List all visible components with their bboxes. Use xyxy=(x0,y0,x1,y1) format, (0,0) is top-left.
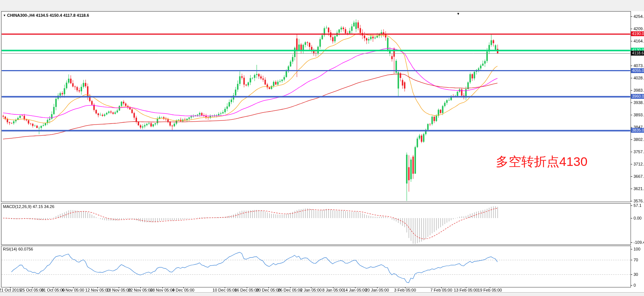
symbol-label: CHINA300-,H4 xyxy=(7,13,35,18)
date-tick-label: 3 Feb 05:00 xyxy=(394,288,416,292)
chart-shift-marker-icon[interactable]: ▼ xyxy=(457,12,460,16)
rsi-tick-label: 100 xyxy=(634,247,640,251)
price-tick-label: 3983.0 xyxy=(634,88,644,92)
chart-canvas[interactable] xyxy=(0,0,644,296)
price-tick-label: 4073.0 xyxy=(634,63,644,68)
rsi-tick-label: 70 xyxy=(634,258,638,262)
date-tick-label: 10 Dec 05:00 xyxy=(212,288,237,292)
date-tick-label: 13 Feb 05:00 xyxy=(454,288,478,292)
chart-title: ▼ CHINA300-,H4 4134.5 4150.4 4117.8 4118… xyxy=(3,13,89,18)
price-tick-label: 3802.0 xyxy=(634,137,644,142)
date-tick-label: 6 Nov 05:00 xyxy=(62,288,84,292)
macd-tick-label: 57.1 xyxy=(634,203,641,208)
price-tick-label: 3576.0 xyxy=(634,199,644,203)
current-price-badge: 4118.6 xyxy=(631,51,644,56)
macd-tick-label: 0.00 xyxy=(634,216,641,220)
ohlc-values: 4134.5 4150.4 4117.8 4118.6 xyxy=(36,13,89,18)
date-tick-label: 31 Oct 05:00 xyxy=(41,288,65,292)
date-tick-label: 16 Dec 05:00 xyxy=(234,288,259,292)
date-tick-label: 7 Feb 05:00 xyxy=(430,288,452,292)
price-tick-label: 3621.0 xyxy=(634,186,644,191)
mt4-terminal: { "toolbar": { "left_icons": [ {"name": … xyxy=(0,0,644,296)
date-tick-label: 19 Feb 05:00 xyxy=(478,288,502,292)
macd-label: MACD(12,26,9) 47.15 34.26 xyxy=(3,204,55,209)
date-tick-label: 25 Oct 05:00 xyxy=(21,288,44,292)
level-price-badge: 3960.0 xyxy=(631,94,644,99)
chart-annotation-text: 多空转折点4130 xyxy=(496,153,588,170)
date-tick-label: 20 Dec 05:00 xyxy=(256,288,280,292)
date-tick-label: 14 Jan 05:00 xyxy=(343,288,367,292)
price-tick-label: 3893.0 xyxy=(634,113,644,117)
price-tick-label: 4164.0 xyxy=(634,39,644,43)
date-tick-label: 22 Nov 05:00 xyxy=(128,288,152,292)
date-tick-label: 4 Dec 05:00 xyxy=(172,288,194,292)
date-tick-label: 8 Jan 05:00 xyxy=(322,288,344,292)
rsi-tick-label: 30 xyxy=(634,272,638,277)
status-bar xyxy=(0,293,644,296)
rsi-tick-label: 0 xyxy=(634,283,636,287)
price-tick-label: 3712.0 xyxy=(634,162,644,166)
rsi-label: RSI(14) 60.0756 xyxy=(3,247,33,251)
date-tick-label: 20 Jan 05:00 xyxy=(365,288,389,292)
price-tick-label: 3757.0 xyxy=(634,149,644,154)
level-price-badge: 4055.0 xyxy=(631,68,644,73)
price-tick-label: 4209.0 xyxy=(634,26,644,31)
date-tick-label: 18 Nov 05:00 xyxy=(106,288,131,292)
date-tick-label: 21 Oct 2019 xyxy=(0,288,21,292)
macd-tick-label: -109.43 xyxy=(634,240,644,245)
price-tick-label: 3667.0 xyxy=(634,174,644,179)
price-tick-label: 3938.0 xyxy=(634,100,644,105)
date-tick-label: 2 Jan 05:00 xyxy=(300,288,322,292)
level-price-badge: 4190.0 xyxy=(631,31,644,36)
chevron-down-icon[interactable]: ▼ xyxy=(3,14,6,17)
date-tick-label: 28 Nov 05:00 xyxy=(150,288,174,292)
level-price-badge: 3835.0 xyxy=(631,128,644,133)
date-tick-label: 26 Dec 05:00 xyxy=(278,288,302,292)
price-tick-label: 4254.0 xyxy=(634,14,644,19)
date-tick-label: 12 Nov 05:00 xyxy=(85,288,109,292)
price-tick-label: 4028.0 xyxy=(634,76,644,80)
